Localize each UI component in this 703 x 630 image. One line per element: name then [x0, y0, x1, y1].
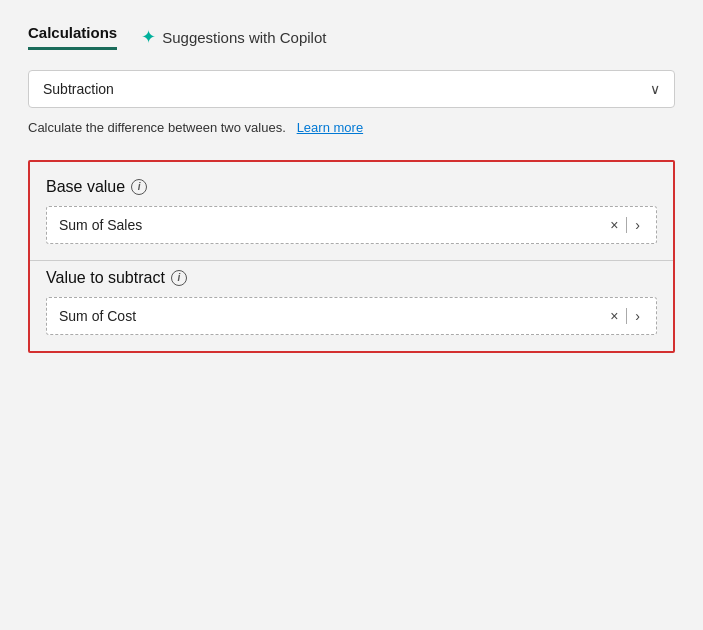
dropdown-selected-value: Subtraction — [43, 81, 114, 97]
base-value-title: Base value i — [46, 178, 657, 196]
subtract-value-divider — [626, 308, 627, 324]
learn-more-link[interactable]: Learn more — [297, 120, 363, 135]
base-value-field: Sum of Sales × › — [46, 206, 657, 244]
selection-outline: Base value i Sum of Sales × › Value to s… — [28, 160, 675, 353]
subtract-value-section: Value to subtract i Sum of Cost × › — [30, 261, 673, 351]
calculation-type-dropdown[interactable]: Subtraction ∨ — [28, 70, 675, 108]
base-value-section: Base value i Sum of Sales × › — [30, 162, 673, 260]
subtract-value-actions: × › — [606, 308, 644, 324]
tab-bar: Calculations ✦ Suggestions with Copilot — [28, 24, 675, 50]
base-value-clear-button[interactable]: × — [606, 218, 622, 232]
subtract-value-field: Sum of Cost × › — [46, 297, 657, 335]
base-value-actions: × › — [606, 217, 644, 233]
subtract-value-title: Value to subtract i — [46, 269, 657, 287]
chevron-down-icon: ∨ — [650, 81, 660, 97]
subtract-value-info-icon[interactable]: i — [171, 270, 187, 286]
main-container: Calculations ✦ Suggestions with Copilot … — [0, 0, 703, 630]
subtract-value-text: Sum of Cost — [59, 308, 136, 324]
copilot-icon: ✦ — [141, 26, 156, 48]
tab-copilot[interactable]: ✦ Suggestions with Copilot — [141, 26, 326, 48]
calculation-description: Calculate the difference between two val… — [28, 118, 675, 138]
base-value-info-icon[interactable]: i — [131, 179, 147, 195]
base-value-divider — [626, 217, 627, 233]
base-value-text: Sum of Sales — [59, 217, 142, 233]
tab-calculations[interactable]: Calculations — [28, 24, 117, 50]
base-value-expand-button[interactable]: › — [631, 218, 644, 232]
subtract-value-expand-button[interactable]: › — [631, 309, 644, 323]
subtract-value-clear-button[interactable]: × — [606, 309, 622, 323]
